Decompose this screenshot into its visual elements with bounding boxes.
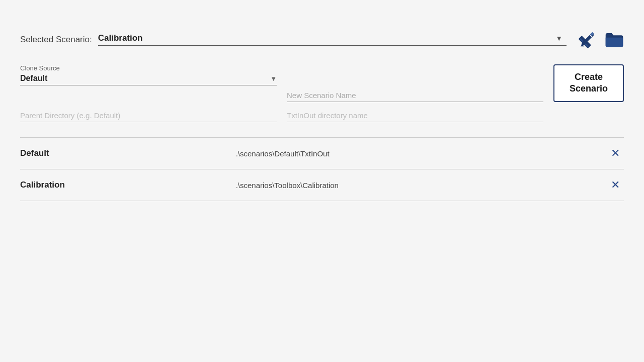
remove-scenario-button[interactable]: ✕ [607, 178, 624, 192]
clone-source-arrow-icon: ▼ [270, 75, 277, 82]
directory-row [20, 111, 624, 122]
remove-scenario-button[interactable]: ✕ [607, 147, 624, 160]
scenario-list-item: Default.\scenarios\Default\TxtInOut✕ [20, 138, 624, 169]
selected-scenario-row: Selected Scenario: Calibration ▼ [20, 30, 624, 49]
create-btn-line2: Scenario [570, 83, 608, 94]
scenario-name: Calibration [20, 180, 206, 190]
scenario-list-item: Calibration.\scenarios\Toolbox\Calibrati… [20, 169, 624, 201]
selected-scenario-arrow-icon: ▼ [555, 34, 562, 42]
clone-source-value: Default [20, 74, 270, 83]
parent-directory-input[interactable] [20, 111, 277, 122]
open-folder-button[interactable] [605, 30, 624, 49]
icon-toolbar [578, 30, 624, 49]
txtinout-input[interactable] [287, 111, 543, 122]
create-scenario-button-label: Create Scenario [570, 71, 608, 95]
new-scenario-name-input[interactable] [287, 91, 543, 102]
selected-scenario-dropdown[interactable]: Calibration ▼ [98, 33, 567, 46]
scenario-name: Default [20, 148, 206, 158]
selected-scenario-value: Calibration [98, 33, 555, 43]
selected-scenario-label: Selected Scenario: [20, 35, 92, 45]
create-scenario-button[interactable]: Create Scenario [553, 64, 624, 102]
edit-scenario-button[interactable] [578, 30, 597, 49]
main-container: Selected Scenario: Calibration ▼ [0, 0, 644, 362]
parent-dir-section [20, 111, 277, 122]
new-scenario-section [287, 64, 543, 102]
clone-source-dropdown[interactable]: Default ▼ [20, 74, 277, 85]
clone-source-section: Clone Source Default ▼ [20, 64, 277, 102]
scenario-list: Default.\scenarios\Default\TxtInOut✕Cali… [20, 138, 624, 201]
scenario-path: .\scenarios\Default\TxtInOut [206, 149, 607, 158]
txtinout-section [287, 111, 543, 122]
scenario-path: .\scenarios\Toolbox\Calibration [206, 181, 607, 190]
clone-source-label: Clone Source [20, 64, 277, 72]
create-btn-line1: Create [575, 72, 603, 82]
clone-row: Clone Source Default ▼ Create Scenario [20, 64, 624, 102]
